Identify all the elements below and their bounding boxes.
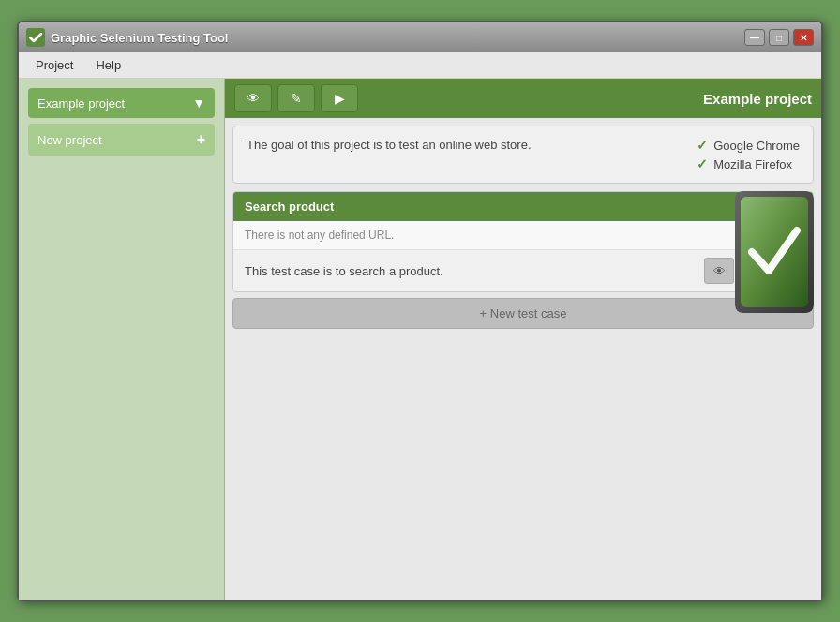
toolbar-buttons: 👁 ✎ ▶: [234, 84, 358, 112]
browser-label-chrome: Google Chrome: [713, 139, 800, 153]
logo-svg: [735, 191, 814, 313]
project-item-label: Example project: [38, 96, 125, 111]
title-bar-left: Graphic Selenium Testing Tool: [26, 28, 228, 47]
check-icon-firefox: ✓: [697, 156, 708, 171]
project-description-panel: The goal of this project is to test an o…: [232, 126, 814, 184]
test-case-description: This test case is to search a product.: [245, 264, 443, 278]
main-area: Example project ▼ New project + 👁 ✎: [19, 79, 821, 600]
test-suite-container: Search product There is not any defined …: [232, 191, 814, 292]
close-button[interactable]: ✕: [793, 29, 814, 46]
new-project-label: New project: [38, 133, 102, 147]
table-row: This test case is to search a product. 👁…: [233, 250, 813, 291]
title-bar: Graphic Selenium Testing Tool — □ ✕: [19, 22, 821, 52]
window-controls: — □ ✕: [744, 29, 814, 46]
logo-thumbnail: [735, 191, 814, 313]
view-icon: 👁: [713, 264, 726, 278]
plus-icon: +: [197, 131, 205, 148]
menu-bar: Project Help: [19, 52, 821, 79]
test-suite-url: There is not any defined URL.: [233, 221, 813, 250]
test-suite-header: Search product: [233, 192, 813, 221]
minimize-button[interactable]: —: [744, 29, 765, 46]
view-button[interactable]: 👁: [234, 84, 272, 112]
edit-button[interactable]: ✎: [278, 84, 315, 112]
browser-label-firefox: Mozilla Firefox: [713, 157, 792, 171]
chevron-down-icon: ▼: [192, 96, 205, 111]
content-area: 👁 ✎ ▶ Example project The goal of this p…: [225, 79, 821, 600]
run-button[interactable]: ▶: [321, 84, 358, 112]
check-icon-chrome: ✓: [697, 138, 708, 153]
eye-icon: 👁: [247, 91, 260, 106]
run-icon: ▶: [335, 91, 345, 106]
browser-item-chrome: ✓ Google Chrome: [697, 138, 800, 153]
toolbar-title: Example project: [703, 91, 812, 107]
sidebar-item-new-project[interactable]: New project +: [28, 124, 215, 156]
main-window: Graphic Selenium Testing Tool — □ ✕ Proj…: [17, 21, 823, 601]
test-case-panel: Search product There is not any defined …: [232, 191, 814, 292]
project-description-text: The goal of this project is to test an o…: [247, 138, 678, 152]
new-test-case-button[interactable]: + New test case: [232, 298, 814, 329]
browser-item-firefox: ✓ Mozilla Firefox: [697, 156, 800, 171]
menu-item-help[interactable]: Help: [86, 54, 130, 76]
toolbar: 👁 ✎ ▶ Example project: [225, 79, 821, 118]
edit-icon: ✎: [291, 91, 302, 106]
menu-item-project[interactable]: Project: [26, 54, 82, 76]
browser-list: ✓ Google Chrome ✓ Mozilla Firefox: [697, 138, 800, 171]
app-icon: [26, 28, 45, 47]
window-title: Graphic Selenium Testing Tool: [51, 31, 228, 45]
sidebar: Example project ▼ New project +: [19, 79, 225, 600]
sidebar-item-example-project[interactable]: Example project ▼: [28, 88, 215, 118]
test-case-view-button[interactable]: 👁: [704, 258, 734, 284]
maximize-button[interactable]: □: [769, 29, 789, 46]
